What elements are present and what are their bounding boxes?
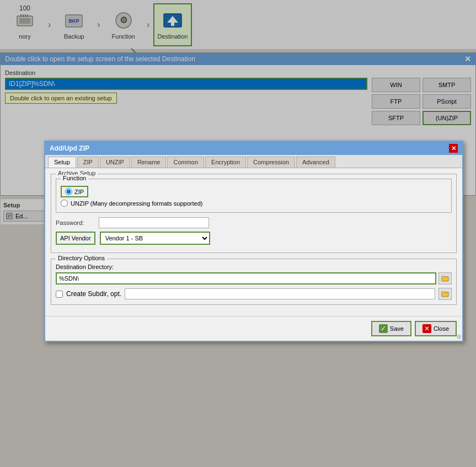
zip-radio-row: ZIP	[61, 186, 447, 197]
dest-dir-browse-button[interactable]	[438, 272, 452, 285]
close-button[interactable]: ✕ Close	[415, 321, 457, 336]
modal-titlebar: Add/Upd ZIP ✕	[45, 142, 462, 155]
function-box-label: Function	[61, 175, 88, 181]
password-label: Password:	[56, 219, 94, 226]
directory-options-label: Directory Options	[56, 255, 107, 261]
folder-small-icon	[441, 290, 449, 298]
subdir-browse-button[interactable]	[438, 288, 452, 300]
function-box: Function ZIP UNZIP (Many decompressing f…	[56, 179, 452, 213]
modal-close-button[interactable]: ✕	[449, 144, 458, 153]
tab-common[interactable]: Common	[167, 157, 204, 168]
unzip-label-text: UNZIP (Many decompressing formats suppor…	[71, 200, 202, 207]
api-vendor-row: API Vendor Vendor 1 - SB Vendor 2 Vendor…	[56, 232, 452, 245]
tab-rename[interactable]: Rename	[131, 157, 167, 168]
zip-radio-label[interactable]: ZIP	[61, 186, 88, 197]
subdir-input[interactable]	[125, 288, 435, 299]
modal-title-text: Add/Upd ZIP	[50, 144, 89, 152]
modal-tabs: Setup ZIP UNZIP Rename Common Encryption…	[45, 155, 462, 168]
tab-compression[interactable]: Compression	[247, 157, 295, 168]
dest-dir-label: Destination Directory:	[56, 264, 452, 270]
save-icon: ✓	[379, 324, 388, 333]
resize-handle[interactable]: ⊞	[457, 334, 461, 340]
zip-radio[interactable]	[65, 188, 72, 195]
api-vendor-select[interactable]: Vendor 1 - SB Vendor 2 Vendor 3	[100, 232, 210, 245]
modal-dialog: Add/Upd ZIP ✕ Setup ZIP UNZIP Rename Com…	[44, 141, 463, 342]
unzip-radio[interactable]	[61, 200, 68, 207]
modal-footer: ✓ Save ✕ Close	[45, 316, 462, 341]
api-vendor-label: API Vendor	[56, 232, 95, 245]
password-row: Password:	[56, 217, 452, 228]
tab-encryption[interactable]: Encryption	[205, 157, 246, 168]
create-subdir-checkbox[interactable]	[56, 291, 63, 298]
dest-dir-row	[56, 272, 452, 285]
dest-dir-input[interactable]	[56, 272, 436, 285]
modal-content: Archive Setup Function ZIP UNZIP (Many d	[45, 168, 462, 316]
tab-advanced[interactable]: Advanced	[296, 157, 335, 168]
directory-options-section: Directory Options Destination Directory:…	[51, 259, 457, 305]
subdir-row: Create Subdir, opt.	[56, 288, 452, 300]
close-label: Close	[434, 325, 449, 332]
close-icon: ✕	[422, 324, 431, 333]
tab-setup[interactable]: Setup	[48, 157, 76, 168]
tab-zip[interactable]: ZIP	[77, 157, 99, 168]
folder-icon	[441, 275, 449, 282]
zip-label-text: ZIP	[74, 189, 84, 195]
password-input[interactable]	[99, 217, 209, 228]
archive-setup-section: Archive Setup Function ZIP UNZIP (Many d	[51, 174, 457, 253]
tab-unzip[interactable]: UNZIP	[100, 157, 130, 168]
save-button[interactable]: ✓ Save	[371, 321, 411, 336]
create-subdir-label: Create Subdir, opt.	[66, 290, 121, 298]
save-label: Save	[390, 325, 404, 332]
unzip-radio-row: UNZIP (Many decompressing formats suppor…	[61, 200, 447, 207]
